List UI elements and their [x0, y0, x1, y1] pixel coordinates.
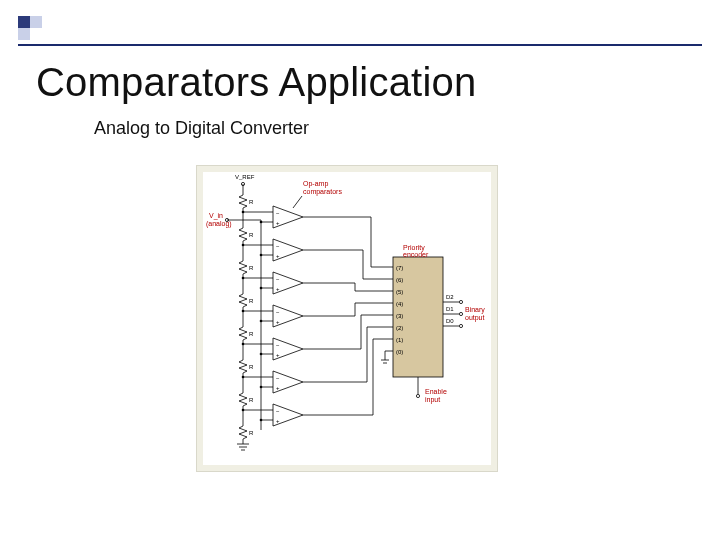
binary-output-label-2: output	[465, 314, 485, 322]
svg-text:(2): (2)	[396, 325, 403, 331]
enable-label-1: Enable	[425, 388, 447, 395]
comparator-bank: − + − +	[243, 206, 393, 426]
decor-square-light-b	[18, 28, 30, 40]
svg-line-5	[293, 196, 302, 208]
page-subtitle: Analog to Digital Converter	[94, 118, 309, 139]
svg-text:−: −	[276, 243, 280, 249]
svg-point-62	[260, 353, 263, 356]
page-title: Comparators Application	[36, 60, 476, 105]
opamp-label-line2: comparators	[303, 188, 342, 196]
svg-text:R: R	[249, 430, 254, 436]
svg-text:(3): (3)	[396, 313, 403, 319]
svg-point-105	[459, 324, 462, 327]
svg-point-53	[260, 320, 263, 323]
svg-text:R: R	[249, 298, 254, 304]
header-rule	[18, 44, 702, 46]
svg-text:+: +	[276, 385, 280, 391]
svg-point-26	[260, 221, 263, 224]
svg-text:(1): (1)	[396, 337, 403, 343]
svg-text:D2: D2	[446, 294, 454, 300]
resistor-ladder: R R R R R R R	[237, 192, 254, 450]
opamp-label-line1: Op-amp	[303, 180, 328, 188]
svg-point-71	[260, 386, 263, 389]
diagram-container: V_REF V_in (analog) Op-amp comparators R	[196, 165, 498, 472]
svg-text:+: +	[276, 352, 280, 358]
svg-text:(5): (5)	[396, 289, 403, 295]
svg-text:R: R	[249, 364, 254, 370]
svg-text:R: R	[249, 232, 254, 238]
svg-text:−: −	[276, 342, 280, 348]
decor-square-dark	[18, 16, 30, 28]
svg-text:−: −	[276, 210, 280, 216]
encoder-label-line2: encoder	[403, 251, 429, 258]
header-decor	[18, 16, 702, 36]
svg-point-44	[260, 287, 263, 290]
vin-label-top: V_in	[209, 212, 223, 220]
svg-text:R: R	[249, 331, 254, 337]
svg-text:D0: D0	[446, 318, 454, 324]
flash-adc-diagram: V_REF V_in (analog) Op-amp comparators R	[203, 172, 491, 465]
svg-text:D1: D1	[446, 306, 454, 312]
svg-point-103	[459, 312, 462, 315]
svg-point-35	[260, 254, 263, 257]
svg-text:−: −	[276, 276, 280, 282]
enable-label-2: input	[425, 396, 440, 404]
svg-point-101	[459, 300, 462, 303]
svg-text:−: −	[276, 309, 280, 315]
svg-text:(7): (7)	[396, 265, 403, 271]
svg-text:+: +	[276, 220, 280, 226]
svg-text:(4): (4)	[396, 301, 403, 307]
vref-label: V_REF	[235, 174, 255, 180]
svg-text:+: +	[276, 418, 280, 424]
svg-text:−: −	[276, 408, 280, 414]
svg-point-110	[416, 394, 419, 397]
svg-text:+: +	[276, 319, 280, 325]
binary-output-label-1: Binary	[465, 306, 485, 314]
svg-text:R: R	[249, 265, 254, 271]
diagram-canvas: V_REF V_in (analog) Op-amp comparators R	[203, 172, 491, 465]
svg-text:(6): (6)	[396, 277, 403, 283]
svg-text:R: R	[249, 199, 254, 205]
svg-point-80	[260, 419, 263, 422]
svg-text:R: R	[249, 397, 254, 403]
priority-encoder: (7) (6) (5) (4) (3) (2) (1) (0) Priority…	[381, 244, 485, 404]
svg-text:−: −	[276, 375, 280, 381]
svg-text:(0): (0)	[396, 349, 403, 355]
svg-text:+: +	[276, 286, 280, 292]
decor-square-light-a	[30, 16, 42, 28]
svg-text:+: +	[276, 253, 280, 259]
